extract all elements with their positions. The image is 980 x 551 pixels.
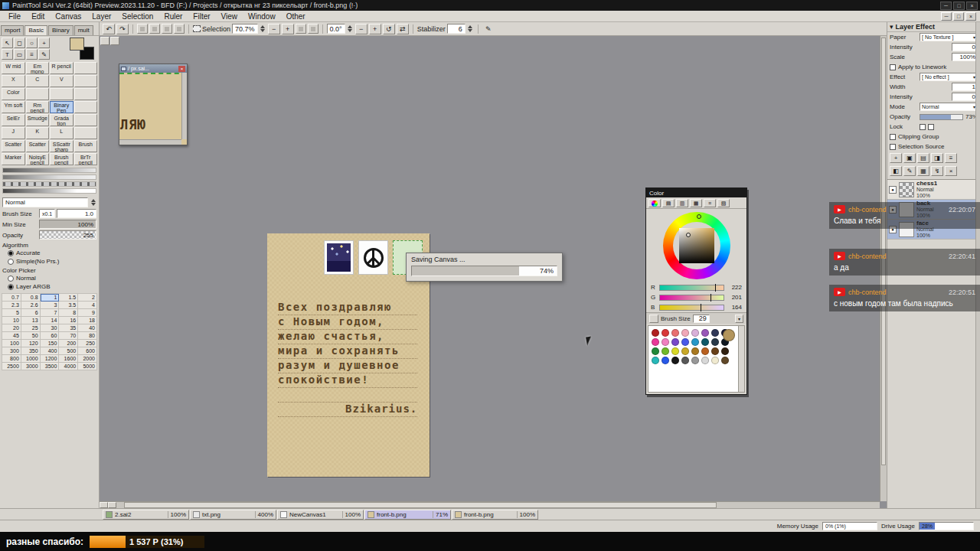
zoom-out-button[interactable]: − [268,24,280,34]
menu-layer[interactable]: Layer [87,12,116,21]
tool-button-selected[interactable]: Binary Pen [50,101,74,113]
min-size-slider[interactable]: 100% [39,220,96,229]
blend-mode-spinner[interactable] [90,199,96,206]
swatch[interactable] [671,347,679,355]
swatch[interactable] [711,357,719,364]
merge-down-button[interactable]: ◧ [890,166,902,176]
tool-button[interactable]: Brush pencil [50,153,74,165]
menu-ruler[interactable]: Ruler [158,12,188,21]
swatch[interactable] [691,338,699,346]
swatch[interactable] [711,329,719,337]
swatch[interactable] [662,347,669,355]
tab-basic[interactable]: Basic [24,25,47,35]
tab-binary[interactable]: Binary [48,25,74,35]
size-preset[interactable]: 4 [78,302,97,309]
swatch[interactable] [652,338,659,346]
brush-size-icon[interactable] [649,315,658,323]
effect-select[interactable]: [ No effect ]▾ [920,73,978,81]
tool-button[interactable]: NoisyE pencil [26,153,50,165]
stroke-preset[interactable] [2,188,96,194]
tool-button[interactable]: Scatter [2,140,25,152]
swatch[interactable] [652,357,659,364]
layer-mask-button[interactable]: ◨ [931,153,943,163]
tool-button[interactable]: Scatter [26,140,50,152]
menu-other[interactable]: Other [281,12,311,21]
swatch[interactable] [671,338,679,346]
zoom-actual-button[interactable] [308,24,318,34]
canvas-nav-button[interactable] [110,37,119,45]
duplicate-layer-button[interactable]: ▦ [917,166,929,176]
zoom-in-button[interactable]: + [282,24,294,34]
panel-brush-size-value[interactable]: 29 [693,315,710,323]
minimize-button[interactable]: ─ [940,2,952,10]
tool-button[interactable] [74,88,98,100]
rotation-spinner[interactable] [347,25,354,32]
mini-window-canvas[interactable]: ЛЯЮ [119,73,187,145]
size-preset[interactable]: 2000 [78,355,97,363]
effect-width-value[interactable]: 1 [952,83,978,91]
color-tab[interactable]: ▤ [662,199,675,207]
algorithm-accurate-radio[interactable] [8,250,14,256]
size-preset[interactable]: 14 [41,317,60,324]
effect-intensity-value[interactable]: 0 [952,93,978,101]
move-tool-icon[interactable]: + [38,37,50,48]
color-panel[interactable]: Color ▤ ▥ ▦ ≡ ▧ [645,187,747,395]
color-tab[interactable]: ▦ [690,199,702,207]
size-preset[interactable]: 18 [78,317,97,324]
blue-channel-slider[interactable] [659,305,724,311]
zoom-spinner[interactable] [260,25,266,32]
swatch[interactable] [721,357,729,364]
size-preset[interactable]: 9 [78,309,97,317]
undo-button[interactable]: ↶ [103,24,115,34]
stabilizer-spinner[interactable] [467,25,474,32]
saturation-marker[interactable] [686,233,691,237]
size-preset[interactable]: 60 [41,332,60,340]
rename-layer-button[interactable]: ✎ [903,166,916,176]
layer-opacity-slider[interactable] [920,114,963,120]
size-preset[interactable]: 350 [21,347,41,355]
stroke-preset[interactable] [2,174,96,180]
swatch[interactable] [701,329,709,337]
size-preset[interactable]: 5000 [78,363,97,370]
stroke-preset[interactable] [2,181,96,187]
saturation-square[interactable] [679,228,714,263]
stroke-preset[interactable] [2,168,96,173]
layer-mode-select[interactable]: Normal▾ [920,103,978,111]
size-preset[interactable]: 45 [2,332,21,340]
brush-size-value[interactable]: 1.0 [57,209,96,218]
tool-button[interactable] [74,127,98,139]
picker-argb-radio[interactable] [8,284,14,290]
color-wheel[interactable] [646,209,746,282]
canvas-viewport[interactable]: / px.sai... × ЛЯЮ [100,36,887,508]
toolbar-button[interactable] [174,24,185,34]
tool-button[interactable]: Marker [2,153,25,165]
close-button[interactable]: × [966,2,978,10]
size-preset[interactable]: 30 [41,324,60,332]
blend-mode-select[interactable]: Normal [2,197,88,207]
size-preset[interactable]: 0.8 [21,294,41,302]
tool-button[interactable]: R pencil [50,62,74,74]
flip-horizontal-button[interactable]: ⇄ [397,24,409,34]
swatch[interactable] [691,329,699,337]
menu-edit[interactable]: Edit [26,12,50,21]
tool-button[interactable]: SScattr sharp [50,140,74,152]
swatch[interactable] [662,329,669,337]
swatch[interactable] [662,357,669,364]
swatch[interactable] [681,338,689,346]
size-preset[interactable]: 25 [21,324,41,332]
doc-tab[interactable]: NewCanvas1 100% [277,510,364,520]
lock-opacity-button[interactable] [920,124,926,130]
swatch[interactable] [671,357,679,364]
tool-button[interactable]: C [26,75,50,87]
tool-button[interactable]: J [2,127,25,139]
mini-window-hscrollbar[interactable] [119,139,181,145]
size-preset[interactable]: 600 [78,347,97,355]
tab-mult[interactable]: mult [74,25,93,35]
brush-size-mult-select[interactable]: x0.1 [39,209,55,218]
size-preset[interactable]: 800 [2,355,21,363]
list-tool-icon[interactable]: ≡ [26,49,38,60]
tool-button[interactable]: Grada tion [50,114,74,126]
zoom-fit-button[interactable] [296,24,306,34]
size-preset[interactable]: 3500 [41,363,60,370]
clear-layer-button[interactable]: ↯ [931,166,943,176]
